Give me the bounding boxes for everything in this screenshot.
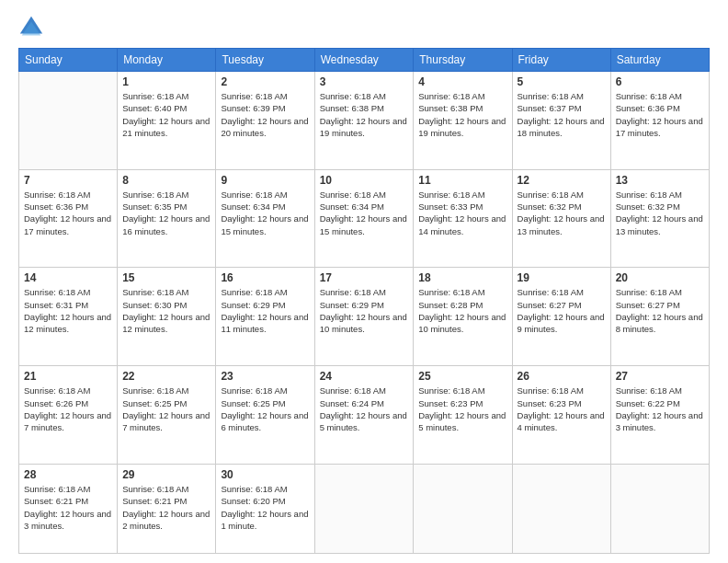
week-row-5: 28Sunrise: 6:18 AM Sunset: 6:21 PM Dayli… — [19, 464, 710, 553]
calendar-cell: 8Sunrise: 6:18 AM Sunset: 6:35 PM Daylig… — [118, 169, 216, 268]
day-info: Sunrise: 6:18 AM Sunset: 6:28 PM Dayligh… — [418, 286, 506, 335]
day-info: Sunrise: 6:18 AM Sunset: 6:25 PM Dayligh… — [122, 385, 210, 433]
week-row-3: 14Sunrise: 6:18 AM Sunset: 6:31 PM Dayli… — [19, 268, 710, 366]
calendar-cell — [512, 464, 610, 553]
day-number: 10 — [320, 174, 409, 187]
day-number: 8 — [122, 174, 210, 187]
day-info: Sunrise: 6:18 AM Sunset: 6:36 PM Dayligh… — [24, 189, 112, 237]
col-header-thursday: Thursday — [414, 49, 512, 72]
col-header-tuesday: Tuesday — [216, 49, 314, 72]
day-info: Sunrise: 6:18 AM Sunset: 6:38 PM Dayligh… — [418, 90, 506, 139]
day-info: Sunrise: 6:18 AM Sunset: 6:37 PM Dayligh… — [518, 90, 606, 139]
day-info: Sunrise: 6:18 AM Sunset: 6:27 PM Dayligh… — [616, 286, 704, 335]
calendar-cell: 29Sunrise: 6:18 AM Sunset: 6:21 PM Dayli… — [118, 464, 216, 553]
calendar-cell — [314, 464, 414, 553]
calendar-cell: 18Sunrise: 6:18 AM Sunset: 6:28 PM Dayli… — [414, 268, 512, 366]
day-info: Sunrise: 6:18 AM Sunset: 6:24 PM Dayligh… — [320, 385, 409, 433]
calendar-cell: 10Sunrise: 6:18 AM Sunset: 6:34 PM Dayli… — [314, 169, 414, 268]
calendar-cell: 4Sunrise: 6:18 AM Sunset: 6:38 PM Daylig… — [414, 72, 512, 170]
day-info: Sunrise: 6:18 AM Sunset: 6:35 PM Dayligh… — [122, 189, 210, 237]
col-header-friday: Friday — [512, 49, 610, 72]
day-info: Sunrise: 6:18 AM Sunset: 6:32 PM Dayligh… — [616, 189, 704, 237]
calendar-cell: 28Sunrise: 6:18 AM Sunset: 6:21 PM Dayli… — [19, 464, 118, 553]
day-info: Sunrise: 6:18 AM Sunset: 6:27 PM Dayligh… — [518, 286, 606, 335]
calendar-cell: 5Sunrise: 6:18 AM Sunset: 6:37 PM Daylig… — [512, 72, 610, 170]
day-number: 5 — [518, 75, 606, 88]
day-number: 25 — [418, 370, 506, 383]
col-header-sunday: Sunday — [19, 49, 118, 72]
day-number: 13 — [616, 174, 704, 187]
day-number: 20 — [616, 271, 704, 284]
logo — [18, 15, 48, 40]
calendar-cell: 15Sunrise: 6:18 AM Sunset: 6:30 PM Dayli… — [118, 268, 216, 366]
day-number: 18 — [418, 271, 506, 284]
calendar-cell: 26Sunrise: 6:18 AM Sunset: 6:23 PM Dayli… — [512, 366, 610, 465]
day-number: 2 — [221, 75, 309, 88]
week-row-2: 7Sunrise: 6:18 AM Sunset: 6:36 PM Daylig… — [19, 169, 710, 268]
day-number: 1 — [122, 75, 210, 88]
day-info: Sunrise: 6:18 AM Sunset: 6:23 PM Dayligh… — [418, 385, 506, 433]
calendar-cell: 24Sunrise: 6:18 AM Sunset: 6:24 PM Dayli… — [314, 366, 414, 465]
day-number: 4 — [418, 75, 506, 88]
day-info: Sunrise: 6:18 AM Sunset: 6:25 PM Dayligh… — [221, 385, 309, 433]
col-header-saturday: Saturday — [610, 49, 709, 72]
day-info: Sunrise: 6:18 AM Sunset: 6:34 PM Dayligh… — [320, 189, 409, 237]
day-number: 7 — [24, 174, 112, 187]
calendar-cell — [19, 72, 118, 170]
day-info: Sunrise: 6:18 AM Sunset: 6:22 PM Dayligh… — [616, 385, 704, 433]
calendar-cell: 23Sunrise: 6:18 AM Sunset: 6:25 PM Dayli… — [216, 366, 314, 465]
day-number: 16 — [221, 271, 309, 284]
calendar-cell — [610, 464, 709, 553]
week-row-4: 21Sunrise: 6:18 AM Sunset: 6:26 PM Dayli… — [19, 366, 710, 465]
day-number: 21 — [24, 370, 112, 383]
day-number: 9 — [221, 174, 309, 187]
day-info: Sunrise: 6:18 AM Sunset: 6:38 PM Dayligh… — [320, 90, 409, 139]
page: SundayMondayTuesdayWednesdayThursdayFrid… — [0, 0, 728, 563]
day-number: 24 — [320, 370, 409, 383]
calendar-cell: 22Sunrise: 6:18 AM Sunset: 6:25 PM Dayli… — [118, 366, 216, 465]
calendar-cell: 1Sunrise: 6:18 AM Sunset: 6:40 PM Daylig… — [118, 72, 216, 170]
day-number: 28 — [24, 468, 112, 481]
calendar-cell: 14Sunrise: 6:18 AM Sunset: 6:31 PM Dayli… — [19, 268, 118, 366]
header — [18, 15, 710, 40]
day-number: 3 — [320, 75, 409, 88]
calendar-cell: 25Sunrise: 6:18 AM Sunset: 6:23 PM Dayli… — [414, 366, 512, 465]
day-number: 12 — [518, 174, 606, 187]
calendar-cell: 13Sunrise: 6:18 AM Sunset: 6:32 PM Dayli… — [610, 169, 709, 268]
day-info: Sunrise: 6:18 AM Sunset: 6:31 PM Dayligh… — [24, 286, 112, 335]
calendar-cell: 6Sunrise: 6:18 AM Sunset: 6:36 PM Daylig… — [610, 72, 709, 170]
day-number: 6 — [616, 75, 704, 88]
calendar-cell: 19Sunrise: 6:18 AM Sunset: 6:27 PM Dayli… — [512, 268, 610, 366]
calendar-cell: 30Sunrise: 6:18 AM Sunset: 6:20 PM Dayli… — [216, 464, 314, 553]
calendar-cell: 9Sunrise: 6:18 AM Sunset: 6:34 PM Daylig… — [216, 169, 314, 268]
calendar-cell — [414, 464, 512, 553]
day-info: Sunrise: 6:18 AM Sunset: 6:34 PM Dayligh… — [221, 189, 309, 237]
day-info: Sunrise: 6:18 AM Sunset: 6:21 PM Dayligh… — [24, 483, 112, 532]
calendar-header-row: SundayMondayTuesdayWednesdayThursdayFrid… — [19, 49, 710, 72]
calendar-cell: 16Sunrise: 6:18 AM Sunset: 6:29 PM Dayli… — [216, 268, 314, 366]
calendar-cell: 7Sunrise: 6:18 AM Sunset: 6:36 PM Daylig… — [19, 169, 118, 268]
day-number: 30 — [221, 468, 309, 481]
calendar-table: SundayMondayTuesdayWednesdayThursdayFrid… — [18, 48, 710, 554]
day-info: Sunrise: 6:18 AM Sunset: 6:33 PM Dayligh… — [418, 189, 506, 237]
day-info: Sunrise: 6:18 AM Sunset: 6:29 PM Dayligh… — [221, 286, 309, 335]
day-number: 29 — [122, 468, 210, 481]
day-info: Sunrise: 6:18 AM Sunset: 6:30 PM Dayligh… — [122, 286, 210, 335]
day-number: 11 — [418, 174, 506, 187]
calendar-cell: 21Sunrise: 6:18 AM Sunset: 6:26 PM Dayli… — [19, 366, 118, 465]
calendar-cell: 17Sunrise: 6:18 AM Sunset: 6:29 PM Dayli… — [314, 268, 414, 366]
calendar-cell: 11Sunrise: 6:18 AM Sunset: 6:33 PM Dayli… — [414, 169, 512, 268]
day-number: 14 — [24, 271, 112, 284]
week-row-1: 1Sunrise: 6:18 AM Sunset: 6:40 PM Daylig… — [19, 72, 710, 170]
day-number: 15 — [122, 271, 210, 284]
day-number: 22 — [122, 370, 210, 383]
calendar-cell: 3Sunrise: 6:18 AM Sunset: 6:38 PM Daylig… — [314, 72, 414, 170]
calendar-cell: 2Sunrise: 6:18 AM Sunset: 6:39 PM Daylig… — [216, 72, 314, 170]
day-info: Sunrise: 6:18 AM Sunset: 6:32 PM Dayligh… — [518, 189, 606, 237]
day-info: Sunrise: 6:18 AM Sunset: 6:40 PM Dayligh… — [122, 90, 210, 139]
calendar-cell: 20Sunrise: 6:18 AM Sunset: 6:27 PM Dayli… — [610, 268, 709, 366]
day-info: Sunrise: 6:18 AM Sunset: 6:26 PM Dayligh… — [24, 385, 112, 433]
day-number: 23 — [221, 370, 309, 383]
day-number: 27 — [616, 370, 704, 383]
day-number: 19 — [518, 271, 606, 284]
